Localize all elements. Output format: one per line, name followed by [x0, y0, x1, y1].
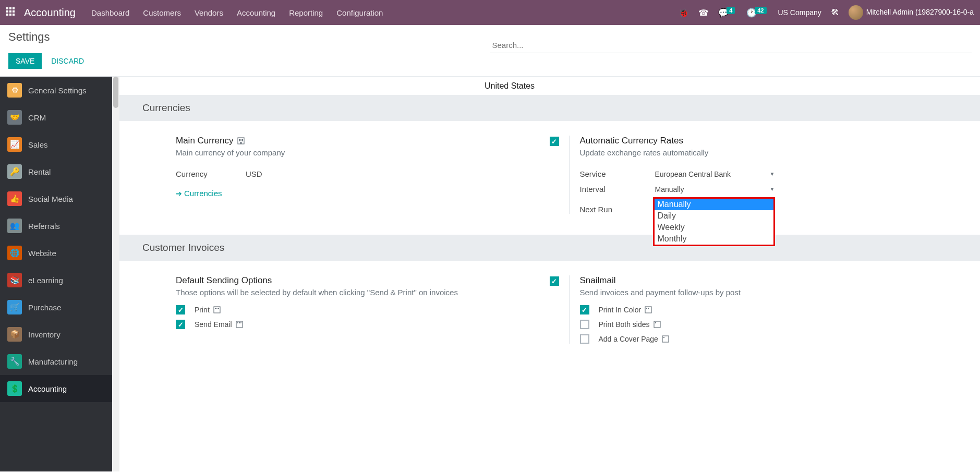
sidebar-item-manufacturing[interactable]: 🔧Manufacturing [0, 348, 112, 375]
user-menu[interactable]: Mitchell Admin (19827900-16-0-a [849, 5, 974, 20]
svg-rect-5 [240, 140, 241, 141]
page-title: Settings [8, 30, 91, 44]
globe-icon: 🌐 [7, 246, 22, 260]
nav-vendors[interactable]: Vendors [195, 8, 223, 17]
sidebar-item-general[interactable]: ⚙General Settings [0, 77, 112, 104]
send-email-checkbox[interactable] [176, 320, 185, 329]
handshake-icon: 🤝 [7, 110, 22, 125]
apps-icon[interactable] [6, 7, 17, 18]
currency-value[interactable]: USD [246, 170, 262, 178]
nextrun-label: Next Run [580, 205, 655, 214]
sidebar-item-accounting[interactable]: 💲Accounting [0, 375, 112, 402]
nav-reporting[interactable]: Reporting [289, 8, 323, 17]
svg-rect-7 [240, 142, 241, 144]
thumbsup-icon: 👍 [7, 191, 22, 206]
caret-down-icon: ▼ [770, 171, 775, 177]
caret-down-icon: ▼ [770, 186, 775, 192]
print-color-label: Print In Color [599, 306, 642, 314]
nav-customers[interactable]: Customers [143, 8, 181, 17]
fragment-country: United States [119, 77, 980, 95]
svg-rect-19 [654, 321, 660, 328]
sidebar-item-website[interactable]: 🌐Website [0, 239, 112, 267]
section-invoices-body: Default Sending Options Those options wi… [119, 261, 980, 365]
box-icon: 📦 [7, 327, 22, 342]
snailmail-checkbox[interactable] [550, 276, 559, 286]
currencies-link-text: Currencies [184, 189, 222, 198]
print-both-checkbox[interactable] [580, 320, 589, 329]
sidebar-item-rental[interactable]: 🔑Rental [0, 158, 112, 185]
svg-rect-15 [240, 322, 241, 323]
sidebar-item-social[interactable]: 👍Social Media [0, 185, 112, 212]
service-select[interactable]: European Central Bank ▼ [655, 170, 775, 178]
svg-rect-12 [236, 321, 243, 328]
search-input[interactable] [490, 38, 972, 53]
service-label: Service [580, 170, 655, 178]
sidebar-item-label: eLearning [28, 276, 63, 285]
nav-configuration[interactable]: Configuration [336, 8, 383, 17]
building-icon [644, 306, 652, 314]
sidebar-scrollbar[interactable] [112, 77, 119, 471]
nav-accounting[interactable]: Accounting [237, 8, 275, 17]
sidebar-item-elearning[interactable]: 📚eLearning [0, 267, 112, 294]
sidebar-item-inventory[interactable]: 📦Inventory [0, 321, 112, 348]
cover-page-checkbox[interactable] [580, 334, 589, 344]
brand-title[interactable]: Accounting [24, 7, 76, 19]
tools-icon[interactable]: 🛠 [831, 8, 839, 17]
money-icon: 💲 [7, 381, 22, 396]
auto-rates-title: Automatic Currency Rates [580, 136, 958, 146]
svg-rect-2 [240, 139, 241, 140]
messages-icon[interactable]: 💬4 [718, 8, 737, 18]
bug-icon[interactable]: 🐞 [679, 8, 689, 18]
company-switcher[interactable]: US Company [778, 8, 821, 17]
sidebar-item-purchase[interactable]: 🛒Purchase [0, 294, 112, 321]
section-currencies-body: Main Currency Main currency of your comp… [119, 121, 980, 235]
settings-content: United States Currencies Main Currency M… [119, 77, 980, 471]
cover-page-label: Add a Cover Page [599, 335, 658, 343]
sidebar-item-label: Purchase [28, 303, 61, 312]
sidebar-item-sales[interactable]: 📈Sales [0, 131, 112, 158]
topbar-right: 🐞 ☎ 💬4 🕐42 US Company 🛠 Mitchell Admin (… [679, 5, 974, 20]
nav-dashboard[interactable]: Dashboard [91, 8, 129, 17]
messages-badge: 4 [727, 7, 735, 14]
svg-rect-3 [242, 139, 243, 140]
svg-rect-22 [663, 337, 664, 338]
svg-rect-11 [218, 308, 219, 309]
print-color-checkbox[interactable] [580, 305, 589, 314]
support-icon[interactable]: ☎ [698, 8, 709, 18]
main-area: ⚙General Settings 🤝CRM 📈Sales 🔑Rental 👍S… [0, 77, 980, 471]
discard-button[interactable]: DISCARD [44, 53, 91, 69]
interval-select[interactable]: Manually ▼ [655, 185, 775, 193]
svg-rect-13 [237, 322, 238, 323]
sidebar-item-crm[interactable]: 🤝CRM [0, 104, 112, 131]
sidebar-item-label: Website [28, 249, 56, 258]
chart-icon: 📈 [7, 137, 22, 152]
topbar: Accounting Dashboard Customers Vendors A… [0, 0, 980, 25]
main-currency-title-text: Main Currency [176, 136, 234, 146]
activities-icon[interactable]: 🕐42 [746, 8, 768, 18]
scrollbar-thumb[interactable] [113, 77, 118, 108]
sidebar-item-label: Rental [28, 167, 51, 176]
sidebar-item-label: CRM [28, 113, 46, 122]
svg-rect-18 [648, 308, 649, 309]
currencies-link[interactable]: ➔Currencies [176, 189, 222, 198]
dropdown-option-monthly[interactable]: Monthly [655, 233, 773, 245]
dropdown-option-daily[interactable]: Daily [655, 210, 773, 222]
dropdown-option-weekly[interactable]: Weekly [655, 222, 773, 233]
building-icon [237, 137, 245, 145]
snailmail-title: Snailmail [580, 275, 958, 286]
svg-rect-14 [239, 322, 240, 323]
username: Mitchell Admin (19827900-16-0-a [866, 8, 974, 16]
settings-sidebar: ⚙General Settings 🤝CRM 📈Sales 🔑Rental 👍S… [0, 77, 112, 471]
sidebar-item-label: Sales [28, 140, 48, 149]
dropdown-option-manually[interactable]: Manually [655, 199, 773, 210]
auto-rates-checkbox[interactable] [550, 137, 559, 146]
svg-rect-1 [239, 139, 240, 140]
snailmail-desc: Send invoices and payment follow-ups by … [580, 288, 958, 297]
save-button[interactable]: SAVE [8, 53, 42, 69]
interval-value: Manually [655, 185, 684, 193]
sidebar-item-referrals[interactable]: 👥Referrals [0, 212, 112, 239]
key-icon: 🔑 [7, 164, 22, 179]
svg-rect-20 [655, 322, 656, 323]
avatar [849, 5, 863, 20]
print-checkbox[interactable] [176, 305, 185, 314]
